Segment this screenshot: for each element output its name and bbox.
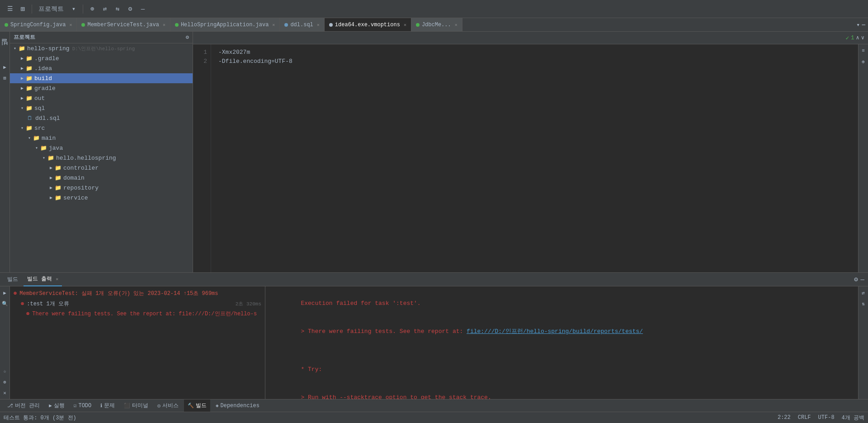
tool-tab-run-label: 실행 <box>54 402 65 409</box>
tree-label-main: main <box>42 135 56 142</box>
tabs-overflow[interactable]: ▾ ⋯ <box>854 21 868 29</box>
tree-label-domain: domain <box>63 175 85 181</box>
tree-label-gradle: gradle <box>34 85 56 92</box>
tree-label-root: hello-spring <box>27 45 70 52</box>
tab-hello-spring-app[interactable]: HelloSpringApplication.java ✕ <box>170 18 280 32</box>
bottom-tab-build-output[interactable]: 빌드 출력 ✕ <box>24 273 62 286</box>
tree-item-java[interactable]: ▾ 📁 java <box>10 143 193 153</box>
bottom-right-icon-2[interactable]: ⇅ <box>859 299 868 308</box>
tab-close-jdbc-mem[interactable]: ✕ <box>455 22 458 28</box>
folder-icon-src: 📁 <box>25 124 33 132</box>
status-position[interactable]: 2:22 <box>778 414 791 421</box>
project-label[interactable]: 프로젝트 <box>37 5 66 14</box>
status-encoding[interactable]: UTF-8 <box>818 414 835 421</box>
tree-item-domain[interactable]: ▶ 📁 domain <box>10 173 193 183</box>
tree-item-gradle[interactable]: ▶ 📁 gradle <box>10 83 193 93</box>
toolbar-sync2-icon[interactable]: ⇆ <box>113 5 122 14</box>
left-icon-1[interactable]: 빌 <box>0 33 9 61</box>
tree-item-build[interactable]: ▶ 📁 build <box>10 73 193 83</box>
tree-item-repository[interactable]: ▶ 📁 repository <box>10 183 193 193</box>
tree-item-controller[interactable]: ▶ 📁 controller <box>10 163 193 173</box>
tool-tab-services[interactable]: ◎ 서비스 <box>154 399 182 412</box>
tree-item-root[interactable]: ▾ 📁 hello-spring D:\인프런\hello-spring <box>10 43 193 53</box>
bottom-settings-icon[interactable]: ⚙ <box>854 276 858 283</box>
tab-close-ddl-sql[interactable]: ✕ <box>317 22 320 28</box>
tree-header-label: 프로젝트 <box>14 33 35 41</box>
bottom-tab-build[interactable]: 빌드 <box>4 273 22 286</box>
tab-close-spring-config[interactable]: ✕ <box>69 22 72 28</box>
bottom-left-icon-5[interactable]: ✕ <box>0 388 9 397</box>
check-count: 1 <box>851 35 854 41</box>
output-text-2: > There were failing tests. See the repo… <box>301 328 467 335</box>
build-sub-time-test: 2초 320ms <box>236 300 261 307</box>
tree-arrow-build: ▶ <box>19 75 25 81</box>
tree-item-hellospring[interactable]: ▾ 📁 hello.hellospring <box>10 153 193 163</box>
tree-item-service[interactable]: ▶ 📁 service <box>10 193 193 203</box>
tree-arrow-service: ▶ <box>48 195 54 201</box>
status-line-sep[interactable]: CRLF <box>798 414 811 421</box>
tree-item-src[interactable]: ▾ 📁 src <box>10 123 193 133</box>
status-indent[interactable]: 4개 공백 <box>842 414 864 422</box>
build-main-item[interactable]: ⊗ MemberServiceTest: 실패 1개 오류(가) 있는 2023… <box>10 288 265 299</box>
folder-icon-repository: 📁 <box>54 184 61 191</box>
build-error-item[interactable]: ⊗ There were failing tests. See the repo… <box>10 309 265 318</box>
tab-ddl-sql[interactable]: ddl.sql ✕ <box>280 18 324 32</box>
bottom-left-icon-3[interactable]: ☆ <box>0 366 9 375</box>
bottom-left-icon-1[interactable]: ▶ <box>0 288 9 297</box>
tree-header-icon-1[interactable]: ⚙ <box>186 34 189 41</box>
tree-item-sql[interactable]: ▾ 📁 sql <box>10 103 193 113</box>
tree-arrow-src: ▾ <box>19 125 25 131</box>
bottom-left-icon-2[interactable]: 🔍 <box>0 299 9 308</box>
left-icon-2[interactable]: ▶ <box>0 62 9 71</box>
code-area[interactable]: -Xmx2027m -Dfile.encoding=UTF-8 <box>211 44 858 272</box>
tree-item-main[interactable]: ▾ 📁 main <box>10 133 193 143</box>
tree-item-gradle-hidden[interactable]: ▶ 📁 .gradle <box>10 53 193 63</box>
tool-tab-build[interactable]: 🔨 빌드 <box>184 399 210 412</box>
tab-jdbc-mem[interactable]: JdbcMe... ✕ <box>411 18 462 32</box>
toolbar-minimize-icon[interactable]: — <box>138 5 147 14</box>
toolbar-sync-icon[interactable]: ⇄ <box>100 5 109 14</box>
tree-item-ddl-sql[interactable]: 🗒 ddl.sql <box>10 113 193 123</box>
tab-close-idea64-vmoptions[interactable]: ✕ <box>404 22 406 28</box>
tab-close-hello-spring-app[interactable]: ✕ <box>272 22 275 28</box>
tab-close-member-service-test[interactable]: ✕ <box>163 22 165 28</box>
tool-tab-version[interactable]: ⎇ 버전 관리 <box>4 399 43 412</box>
tab-spring-config[interactable]: SpringConfig.java ✕ <box>0 18 77 32</box>
tool-tab-dependencies[interactable]: ◈ Dependencies <box>212 399 263 412</box>
toolbar-globe-icon[interactable]: ⊕ <box>88 5 97 14</box>
folder-icon-build: 📁 <box>25 75 33 82</box>
tool-tab-terminal[interactable]: ⬛ 터미널 <box>120 399 152 412</box>
tool-tab-issues-icon: ℹ <box>100 403 102 409</box>
tool-tab-dependencies-icon: ◈ <box>216 403 219 409</box>
tab-idea64-vmoptions[interactable]: idea64.exe.vmoptions ✕ <box>325 18 411 32</box>
tab-dot-member-service-test <box>81 23 85 27</box>
tree-item-out[interactable]: ▶ 📁 out <box>10 93 193 103</box>
tree-header-icons: ⚙ <box>186 34 189 41</box>
editor-content: 1 2 -Xmx2027m -Dfile.encoding=UTF-8 <box>193 44 858 272</box>
bottom-right-icon-1[interactable]: ⇄ <box>859 288 868 297</box>
bottom-tab-close[interactable]: ✕ <box>56 276 58 282</box>
tool-tab-issues[interactable]: ℹ 문제 <box>97 399 118 412</box>
toolbar-dropdown-icon[interactable]: ▾ <box>69 5 78 14</box>
folder-icon-java: 📁 <box>40 144 47 152</box>
right-icon-2[interactable]: ⊕ <box>859 57 868 66</box>
nav-up[interactable]: ∧ <box>856 34 859 41</box>
bottom-left-icon-4[interactable]: ⊕ <box>0 377 9 386</box>
bottom-minimize-icon[interactable]: — <box>861 276 864 283</box>
toolbar-settings-icon[interactable]: ⚙ <box>126 5 135 14</box>
output-link-2[interactable]: file:///D:/인프런/hello-spring/build/report… <box>467 328 643 335</box>
line-numbers: 1 2 <box>193 44 211 272</box>
toolbar-menu-icon[interactable]: ☰ <box>5 5 14 14</box>
status-line-sep-text: CRLF <box>798 414 811 421</box>
left-icon-3[interactable]: ⊞ <box>0 73 9 82</box>
status-test-result[interactable]: 테스트 통과: 0개 (3분 전) <box>4 414 76 422</box>
toolbar-icon-1[interactable]: ⊞ <box>18 5 27 14</box>
tree-arrow-hellospring: ▾ <box>41 155 47 161</box>
tab-member-service-test[interactable]: MemberServiceTest.java ✕ <box>77 18 170 32</box>
tool-tab-run[interactable]: ▶ 실행 <box>45 399 68 412</box>
nav-down[interactable]: ∨ <box>861 34 864 41</box>
tool-tab-todo[interactable]: ☑ TODO <box>70 399 95 412</box>
build-sub-item-test[interactable]: ⊗ :test 1개 오류 2초 320ms <box>10 299 265 309</box>
right-icon-1[interactable]: ≡ <box>859 46 868 55</box>
tree-item-idea[interactable]: ▶ 📁 .idea <box>10 63 193 73</box>
